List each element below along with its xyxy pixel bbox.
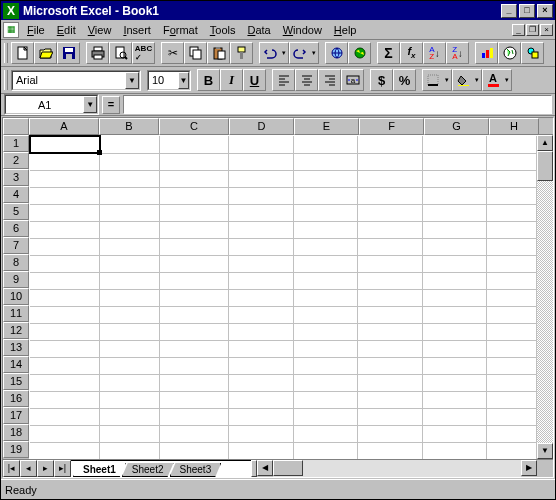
font-input[interactable]	[13, 74, 125, 86]
scroll-up-button[interactable]: ▲	[537, 135, 553, 151]
cell-A2[interactable]	[30, 153, 100, 170]
cell-D16[interactable]	[229, 391, 294, 408]
cell-A5[interactable]	[30, 204, 100, 221]
cell-H12[interactable]	[487, 323, 537, 340]
cell-A14[interactable]	[30, 357, 100, 374]
cell-A3[interactable]	[30, 170, 100, 187]
sheet-tab-sheet2[interactable]: Sheet2	[122, 463, 174, 477]
cell-E1[interactable]	[293, 136, 358, 153]
cell-E13[interactable]	[293, 340, 358, 357]
column-header-D[interactable]: D	[229, 118, 294, 135]
cell-H2[interactable]	[487, 153, 537, 170]
row-header-16[interactable]: 16	[3, 390, 29, 407]
underline-button[interactable]: U	[243, 69, 266, 91]
cell-E12[interactable]	[293, 323, 358, 340]
select-all-corner[interactable]	[3, 118, 29, 135]
cell-D15[interactable]	[229, 374, 294, 391]
sort-descending-button[interactable]: ZA↓	[446, 42, 469, 64]
cell-D4[interactable]	[229, 187, 294, 204]
save-button[interactable]	[57, 42, 80, 64]
name-box-input[interactable]	[6, 99, 83, 111]
cell-H6[interactable]	[487, 221, 537, 238]
vscroll-track[interactable]	[537, 151, 553, 443]
cell-G17[interactable]	[422, 408, 487, 425]
font-size-input[interactable]	[149, 74, 178, 86]
mdi-minimize-button[interactable]: _	[512, 24, 525, 36]
vscroll-thumb[interactable]	[537, 151, 553, 181]
cell-G8[interactable]	[422, 255, 487, 272]
row-header-11[interactable]: 11	[3, 305, 29, 322]
scroll-down-button[interactable]: ▼	[537, 443, 553, 459]
cell-B17[interactable]	[100, 408, 160, 425]
cell-C11[interactable]	[159, 306, 229, 323]
cell-B13[interactable]	[100, 340, 160, 357]
cell-C12[interactable]	[159, 323, 229, 340]
print-button[interactable]	[86, 42, 109, 64]
cell-E5[interactable]	[293, 204, 358, 221]
cell-D3[interactable]	[229, 170, 294, 187]
cell-E2[interactable]	[293, 153, 358, 170]
format-painter-button[interactable]	[230, 42, 253, 64]
menu-format[interactable]: Format	[157, 22, 204, 38]
cell-D12[interactable]	[229, 323, 294, 340]
name-box-dropdown[interactable]: ▼	[83, 96, 97, 113]
cell-G2[interactable]	[422, 153, 487, 170]
menu-insert[interactable]: Insert	[117, 22, 157, 38]
currency-button[interactable]: $	[370, 69, 393, 91]
cell-F8[interactable]	[358, 255, 423, 272]
cell-A16[interactable]	[30, 391, 100, 408]
copy-button[interactable]	[184, 42, 207, 64]
paste-function-button[interactable]: fx	[400, 42, 423, 64]
cell-A11[interactable]	[30, 306, 100, 323]
cell-E10[interactable]	[293, 289, 358, 306]
cell-B7[interactable]	[100, 238, 160, 255]
cell-C15[interactable]	[159, 374, 229, 391]
cell-H11[interactable]	[487, 306, 537, 323]
cell-B4[interactable]	[100, 187, 160, 204]
cell-D8[interactable]	[229, 255, 294, 272]
row-header-19[interactable]: 19	[3, 441, 29, 458]
chart-wizard-button[interactable]	[475, 42, 498, 64]
cell-A19[interactable]	[30, 442, 100, 459]
menu-data[interactable]: Data	[241, 22, 276, 38]
cell-H5[interactable]	[487, 204, 537, 221]
cell-A18[interactable]	[30, 425, 100, 442]
formula-input[interactable]	[123, 95, 552, 114]
cells-area[interactable]	[29, 135, 537, 459]
cell-F13[interactable]	[358, 340, 423, 357]
cell-C14[interactable]	[159, 357, 229, 374]
tab-first-button[interactable]: |◂	[3, 460, 20, 477]
tab-next-button[interactable]: ▸	[37, 460, 54, 477]
borders-button[interactable]	[422, 69, 452, 91]
tab-prev-button[interactable]: ◂	[20, 460, 37, 477]
cell-H15[interactable]	[487, 374, 537, 391]
scroll-right-button[interactable]: ▶	[521, 460, 537, 476]
cell-G11[interactable]	[422, 306, 487, 323]
cell-D2[interactable]	[229, 153, 294, 170]
cell-G18[interactable]	[422, 425, 487, 442]
cell-F4[interactable]	[358, 187, 423, 204]
paste-button[interactable]	[207, 42, 230, 64]
column-header-F[interactable]: F	[359, 118, 424, 135]
cell-E4[interactable]	[293, 187, 358, 204]
cut-button[interactable]: ✂	[161, 42, 184, 64]
cell-G6[interactable]	[422, 221, 487, 238]
row-header-5[interactable]: 5	[3, 203, 29, 220]
cell-C8[interactable]	[159, 255, 229, 272]
map-button[interactable]	[498, 42, 521, 64]
name-box[interactable]: ▼	[4, 94, 99, 115]
cell-A17[interactable]	[30, 408, 100, 425]
cell-H18[interactable]	[487, 425, 537, 442]
cell-C10[interactable]	[159, 289, 229, 306]
cell-G13[interactable]	[422, 340, 487, 357]
cell-H7[interactable]	[487, 238, 537, 255]
toolbar-grip[interactable]	[4, 70, 8, 90]
menu-edit[interactable]: Edit	[51, 22, 82, 38]
scroll-left-button[interactable]: ◀	[257, 460, 273, 476]
cell-G12[interactable]	[422, 323, 487, 340]
cell-E9[interactable]	[293, 272, 358, 289]
cell-D18[interactable]	[229, 425, 294, 442]
row-header-2[interactable]: 2	[3, 152, 29, 169]
menu-window[interactable]: Window	[277, 22, 328, 38]
cell-D19[interactable]	[229, 442, 294, 459]
